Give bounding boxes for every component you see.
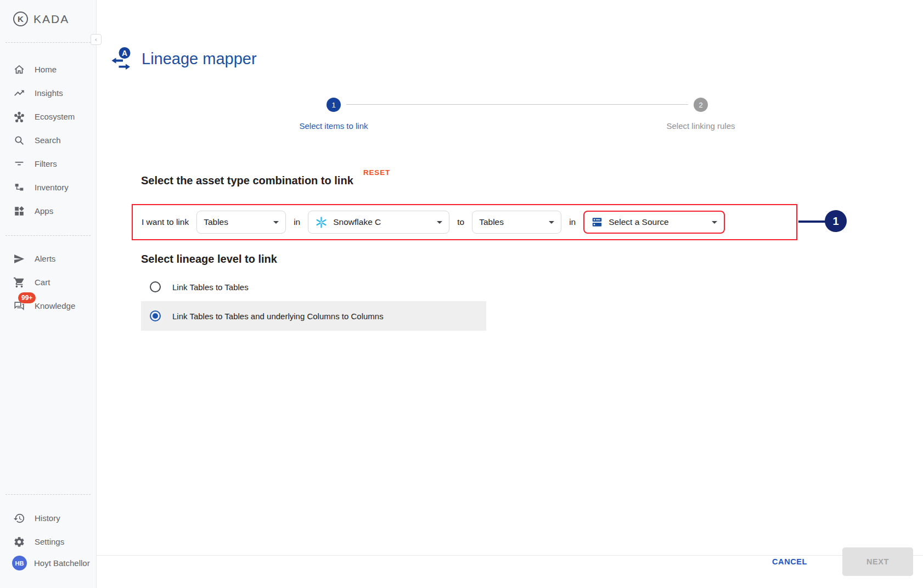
sidebar-item-label: Apps (35, 206, 53, 216)
main-content: A Lineage mapper 1 2 Select items to lin… (97, 0, 923, 588)
chevron-down-icon (712, 221, 717, 224)
sidebar-item-knowledge[interactable]: 99+ Knowledge (0, 294, 96, 318)
sidebar-item-insights[interactable]: Insights (0, 81, 96, 105)
to-asset-type-dropdown[interactable]: Tables (472, 211, 561, 234)
chevron-down-icon (437, 221, 442, 224)
sidebar-item-ecosystem[interactable]: Ecosystem (0, 105, 96, 128)
from-asset-type-dropdown[interactable]: Tables (196, 211, 286, 234)
callout-1-marker: 1 (825, 210, 847, 232)
lineage-option-tables-to-tables[interactable]: Link Tables to Tables (141, 276, 486, 298)
reset-button[interactable]: RESET (360, 168, 393, 177)
sidebar-divider (5, 42, 91, 43)
radio-unselected-icon[interactable] (150, 281, 161, 292)
stepper-connector (346, 104, 688, 105)
page-title: Lineage mapper (142, 50, 257, 68)
lineage-level-heading: Select lineage level to link (141, 253, 277, 265)
next-button[interactable]: NEXT (842, 547, 913, 576)
user-menu[interactable]: HB Hoyt Batchellor (12, 556, 90, 570)
from-asset-type-value: Tables (204, 217, 268, 227)
callout-1-line (798, 220, 826, 223)
brand-logo: K KADA (13, 12, 69, 26)
sidebar-collapse-button[interactable] (91, 34, 102, 45)
kada-logo-icon: K (13, 12, 28, 26)
snowflake-icon (315, 216, 328, 229)
chevron-down-icon (273, 221, 279, 224)
chevron-down-icon (549, 221, 554, 224)
sidebar-item-label: Cart (35, 278, 50, 287)
sidebar-item-filters[interactable]: Filters (0, 152, 96, 176)
apps-icon (13, 205, 25, 217)
sidebar-item-cart[interactable]: Cart (0, 270, 96, 294)
sidebar-item-alerts[interactable]: Alerts (0, 247, 96, 270)
sidebar-item-label: Home (35, 65, 57, 74)
avatar: HB (12, 556, 27, 570)
sidebar-divider (5, 494, 91, 495)
asset-combination-heading: Select the asset type combination to lin… (141, 174, 353, 187)
sidebar-footer-nav: History Settings (0, 506, 96, 553)
sidebar-item-label: Settings (35, 537, 64, 546)
from-source-dropdown[interactable]: Snowflake C (308, 211, 449, 234)
filters-icon (13, 158, 25, 170)
lineage-option-tables-and-columns[interactable]: Link Tables to Tables and underlying Col… (141, 301, 486, 331)
knowledge-badge: 99+ (18, 292, 36, 303)
svg-text:A: A (122, 48, 127, 57)
ecosystem-icon (13, 111, 25, 123)
asset-combination-row-highlight: I want to link Tables in Snowflake C to … (132, 204, 797, 240)
sidebar-item-label: Insights (35, 88, 63, 98)
sidebar-item-home[interactable]: Home (0, 58, 96, 81)
cart-icon (13, 276, 25, 289)
sidebar: K KADA Home Insights Ecosystem Search F (0, 0, 97, 588)
page-header: A Lineage mapper (110, 39, 257, 79)
stepper-step-1-label: Select items to link (299, 121, 368, 131)
preposition: in (294, 217, 300, 227)
source-icon (591, 216, 603, 228)
sidebar-item-apps[interactable]: Apps (0, 199, 96, 223)
sidebar-item-label: Inventory (35, 183, 69, 192)
brand-name: KADA (33, 13, 69, 26)
sidebar-item-search[interactable]: Search (0, 128, 96, 152)
to-asset-type-value: Tables (479, 217, 543, 227)
cancel-button[interactable]: CANCEL (769, 557, 811, 567)
sidebar-item-label: Search (35, 135, 61, 145)
sidebar-item-inventory[interactable]: Inventory (0, 176, 96, 199)
lineage-option-label: Link Tables to Tables and underlying Col… (172, 312, 384, 321)
preposition: in (569, 217, 576, 227)
lineage-mapper-icon: A (110, 47, 134, 72)
alerts-icon (13, 253, 25, 265)
sidebar-divider (5, 235, 91, 236)
stepper-step-2-label: Select linking rules (666, 121, 735, 131)
to-source-dropdown[interactable]: Select a Source (583, 211, 725, 234)
sidebar-item-label: Filters (35, 159, 57, 168)
to-source-value: Select a Source (609, 217, 706, 227)
settings-icon (13, 536, 25, 548)
sentence-prefix: I want to link (142, 217, 189, 227)
insights-icon (13, 87, 25, 99)
history-icon (13, 512, 25, 524)
user-name: Hoyt Batchellor (34, 558, 90, 568)
sidebar-main-nav: Home Insights Ecosystem Search Filters I… (0, 58, 96, 223)
home-icon (13, 64, 25, 76)
sidebar-item-label: History (35, 513, 60, 523)
from-source-value: Snowflake C (333, 217, 431, 227)
radio-selected-icon[interactable] (150, 310, 161, 321)
sidebar-item-history[interactable]: History (0, 506, 96, 530)
sidebar-item-settings[interactable]: Settings (0, 530, 96, 553)
sidebar-item-label: Alerts (35, 254, 55, 263)
preposition: to (457, 217, 464, 227)
sidebar-item-label: Ecosystem (35, 112, 75, 121)
chevron-left-icon (94, 37, 98, 43)
search-icon (13, 134, 25, 146)
footer-actions: CANCEL NEXT (769, 547, 913, 576)
stepper-step-1[interactable]: 1 (327, 98, 341, 112)
inventory-icon (13, 182, 25, 194)
lineage-option-label: Link Tables to Tables (172, 282, 249, 292)
stepper-step-2[interactable]: 2 (694, 98, 708, 112)
sidebar-secondary-nav: Alerts Cart 99+ Knowledge (0, 247, 96, 318)
sidebar-item-label: Knowledge (35, 301, 75, 310)
